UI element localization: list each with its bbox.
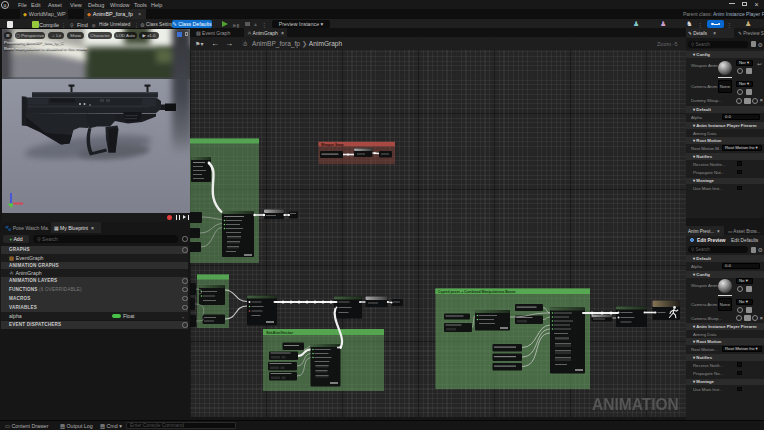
- svg-text:Weapon Sway: Weapon Sway: [321, 143, 344, 147]
- svg-text:SetAimVector: SetAimVector: [266, 330, 294, 335]
- svg-text:Copied poses + Combined Manipu: Copied poses + Combined Manipulations Bo…: [438, 290, 516, 294]
